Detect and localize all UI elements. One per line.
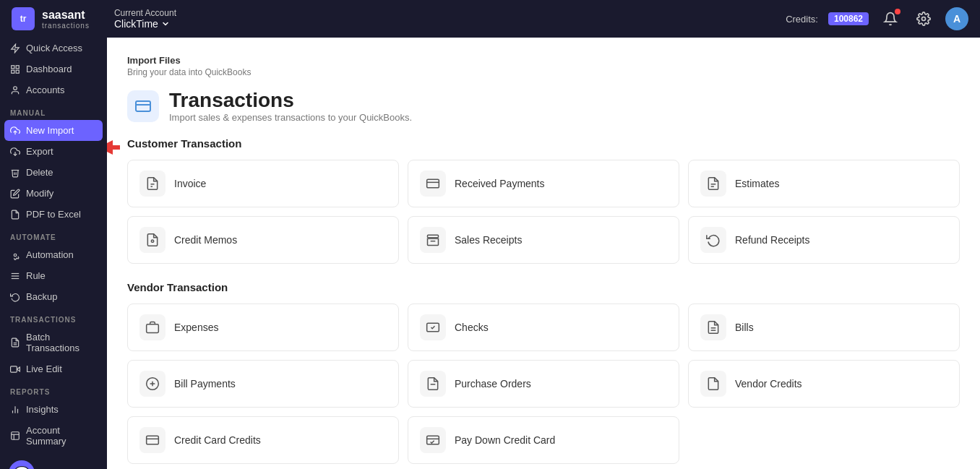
notification-dot xyxy=(895,9,901,14)
sidebar-bottom: 💬 xyxy=(0,452,107,469)
sidebar-label: Modify xyxy=(26,188,53,199)
customer-transaction-grid: Invoice Received Payments Estimates Cred… xyxy=(127,160,960,264)
sidebar-label: Account Summary xyxy=(26,425,97,447)
received-payments-label: Received Payments xyxy=(455,178,545,189)
svg-point-6 xyxy=(14,86,17,90)
svg-rect-42 xyxy=(147,436,159,444)
sidebar-item-quick-access[interactable]: Quick Access xyxy=(0,38,107,59)
sidebar-item-rule[interactable]: Rule xyxy=(0,265,107,286)
credit-memos-label: Credit Memos xyxy=(174,234,237,246)
vendor-credits-icon xyxy=(700,371,726,397)
sidebar-item-batch-transactions[interactable]: Batch Transactions xyxy=(0,327,107,358)
invoice-icon xyxy=(139,171,166,197)
tx-card-pay-down-credit-card[interactable]: Pay Down Credit Card xyxy=(408,416,679,464)
svg-rect-44 xyxy=(427,436,439,444)
tx-card-received-payments[interactable]: Received Payments xyxy=(408,160,679,207)
arrow-indicator xyxy=(107,140,120,158)
sidebar-item-pdf-to-excel[interactable]: PDF to Excel xyxy=(0,204,107,225)
sidebar-label: Delete xyxy=(26,167,53,178)
sidebar-item-accounts[interactable]: Accounts xyxy=(0,79,107,100)
credits-value: 100862 xyxy=(828,12,869,25)
page-subtitle: Bring your data into QuickBooks xyxy=(127,67,960,77)
sidebar-item-dashboard[interactable]: Dashboard xyxy=(0,59,107,79)
sidebar-item-delete[interactable]: Delete xyxy=(0,162,107,183)
sidebar-label: Dashboard xyxy=(26,64,72,74)
sidebar-label: PDF to Excel xyxy=(26,209,81,220)
checks-icon xyxy=(420,314,446,340)
svg-rect-20 xyxy=(12,432,20,440)
tx-card-checks[interactable]: Checks xyxy=(408,304,679,351)
svg-rect-28 xyxy=(427,179,439,188)
sidebar-item-export[interactable]: Export xyxy=(0,141,107,162)
estimates-label: Estimates xyxy=(735,178,779,189)
svg-point-9 xyxy=(14,254,17,257)
app-header: tr saasant transactions Current Account … xyxy=(0,0,980,38)
settings-button[interactable] xyxy=(912,7,935,30)
bills-label: Bills xyxy=(735,322,754,333)
main-content: Import Files Bring your data into QuickB… xyxy=(107,38,980,469)
svg-marker-15 xyxy=(17,367,20,371)
svg-rect-4 xyxy=(12,70,14,73)
svg-point-32 xyxy=(151,240,153,242)
tx-card-purchase-orders[interactable]: Purchase Orders xyxy=(408,360,679,408)
brand-sub: transactions xyxy=(42,22,90,30)
sidebar: Quick Access Dashboard Accounts MANUAL N… xyxy=(0,38,107,469)
checks-label: Checks xyxy=(455,322,489,333)
tx-card-sales-receipts[interactable]: Sales Receipts xyxy=(408,216,679,264)
transactions-hero-text: Transactions Import sales & expenses tra… xyxy=(169,89,412,123)
sidebar-item-live-edit[interactable]: Live Edit xyxy=(0,358,107,379)
credit-memos-icon xyxy=(139,227,166,253)
svg-point-0 xyxy=(922,17,926,21)
sidebar-item-insights[interactable]: Insights xyxy=(0,399,107,420)
automate-section-label: AUTOMATE xyxy=(0,225,107,244)
customer-section-title: Customer Transaction xyxy=(127,137,960,150)
expenses-icon xyxy=(139,314,166,340)
sidebar-label: Insights xyxy=(26,404,59,415)
bill-payments-label: Bill Payments xyxy=(174,378,236,390)
purchase-orders-icon xyxy=(420,371,446,397)
tx-card-bill-payments[interactable]: Bill Payments xyxy=(127,360,399,408)
sidebar-label: Live Edit xyxy=(26,363,62,374)
header-left: tr saasant transactions Current Account … xyxy=(12,7,176,30)
tx-card-bills[interactable]: Bills xyxy=(688,304,960,351)
notifications-button[interactable] xyxy=(879,7,902,30)
sidebar-item-backup[interactable]: Backup xyxy=(0,286,107,307)
svg-rect-2 xyxy=(12,65,14,68)
tx-card-estimates[interactable]: Estimates xyxy=(688,160,960,207)
credits-label: Credits: xyxy=(786,14,818,25)
tx-card-credit-memos[interactable]: Credit Memos xyxy=(127,216,399,264)
tx-card-expenses[interactable]: Expenses xyxy=(127,304,399,351)
refund-receipts-label: Refund Receipts xyxy=(735,234,810,246)
sidebar-item-new-import[interactable]: New Import xyxy=(4,120,103,141)
svg-rect-16 xyxy=(11,366,17,371)
credit-card-credits-icon xyxy=(139,427,166,453)
vendor-credits-label: Vendor Credits xyxy=(735,378,802,390)
tx-card-vendor-credits[interactable]: Vendor Credits xyxy=(688,360,960,408)
tx-card-invoice[interactable]: Invoice xyxy=(127,160,399,207)
pay-down-credit-card-label: Pay Down Credit Card xyxy=(455,434,555,446)
sidebar-item-automation[interactable]: Automation xyxy=(0,244,107,265)
credit-card-credits-label: Credit Card Credits xyxy=(174,434,261,446)
estimates-icon xyxy=(700,171,726,197)
reports-section-label: REPORTS xyxy=(0,379,107,399)
transactions-icon xyxy=(127,90,159,122)
svg-marker-23 xyxy=(107,140,120,155)
sidebar-label: Export xyxy=(26,146,53,157)
svg-marker-1 xyxy=(12,44,20,53)
sales-receipts-label: Sales Receipts xyxy=(455,234,522,246)
tx-card-credit-card-credits[interactable]: Credit Card Credits xyxy=(127,416,399,464)
page-title: Import Files xyxy=(127,55,960,66)
manual-section-label: MANUAL xyxy=(0,100,107,120)
account-name[interactable]: ClickTime xyxy=(114,18,176,30)
brand-name: saasant xyxy=(42,9,90,22)
vendor-transaction-grid: Expenses Checks Bills Bill Payments xyxy=(127,304,960,464)
brand: saasant transactions xyxy=(42,9,90,30)
purchase-orders-label: Purchase Orders xyxy=(455,378,531,390)
tx-card-refund-receipts[interactable]: Refund Receipts xyxy=(688,216,960,264)
sidebar-label: New Import xyxy=(26,125,74,136)
transactions-section-label: TRANSACTIONS xyxy=(0,307,107,327)
sidebar-item-account-summary[interactable]: Account Summary xyxy=(0,420,107,452)
user-avatar[interactable]: A xyxy=(945,7,968,30)
sidebar-item-modify[interactable]: Modify xyxy=(0,183,107,204)
chat-button[interactable]: 💬 xyxy=(9,460,35,469)
